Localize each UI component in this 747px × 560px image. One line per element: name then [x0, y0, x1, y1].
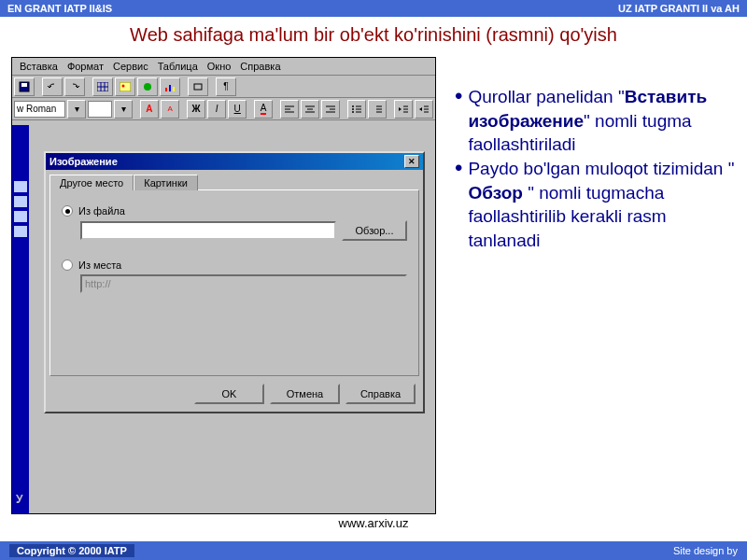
svg-point-7: [122, 84, 125, 87]
tab-panel: Из файла Обзор... Из места http://: [49, 189, 419, 376]
dropdown-icon[interactable]: ▾: [67, 100, 86, 119]
side-item[interactable]: [14, 226, 27, 237]
instruction-text: • Qurollar panelidan "Вставить изображен…: [455, 57, 736, 514]
svg-rect-1: [21, 83, 27, 87]
design-credit: Site design by: [673, 545, 738, 556]
chart-icon[interactable]: [160, 77, 180, 96]
menu-tools[interactable]: Сервис: [109, 60, 152, 73]
align-right-icon[interactable]: [321, 100, 340, 119]
insert-image-icon[interactable]: [115, 77, 135, 96]
instruction-1a: Qurollar panelidan ": [468, 87, 624, 106]
svg-rect-10: [169, 85, 171, 91]
menu-help[interactable]: Справка: [236, 60, 284, 73]
bullet-icon: •: [455, 157, 462, 253]
formatting-toolbar: w Roman ▾ ▾ A A Ж I U A: [12, 98, 435, 120]
menu-insert[interactable]: Вставка: [16, 60, 62, 73]
font-size-field[interactable]: [88, 101, 112, 118]
dialog-titlebar: Изображение ✕: [46, 153, 423, 170]
header-bar: EN GRANT IATP II&IS UZ IATP GRANTI II va…: [0, 0, 747, 17]
header-left: EN GRANT IATP II&IS: [7, 3, 112, 14]
font-color-icon[interactable]: A: [254, 100, 273, 119]
dialog-title-text: Изображение: [49, 156, 118, 167]
pilcrow-icon[interactable]: ¶: [216, 77, 236, 96]
menu-table[interactable]: Таблица: [154, 60, 202, 73]
dropdown-icon[interactable]: ▾: [114, 100, 133, 119]
radio-from-file-label: Из файла: [78, 205, 125, 217]
save-icon[interactable]: [14, 77, 35, 96]
svg-rect-12: [194, 84, 202, 90]
instruction-2-bold: Обзор: [468, 183, 522, 203]
svg-point-22: [352, 105, 354, 107]
object-icon[interactable]: [188, 77, 208, 96]
radio-from-url[interactable]: [62, 259, 73, 271]
align-center-icon[interactable]: [301, 100, 319, 119]
radio-from-file[interactable]: [62, 205, 73, 217]
image-dialog: Изображение ✕ Другое место Картинки Из ф…: [44, 151, 425, 413]
side-item[interactable]: [14, 181, 27, 192]
footer-bar: Copyright © 2000 IATP Site design by: [0, 541, 747, 560]
side-letter: У: [16, 493, 22, 506]
svg-point-26: [352, 111, 354, 113]
font-name-field[interactable]: w Roman: [14, 101, 65, 118]
bullet-icon: •: [455, 85, 462, 157]
number-list-icon[interactable]: [368, 100, 387, 119]
ok-button[interactable]: OK: [194, 384, 264, 404]
menu-format[interactable]: Формат: [63, 60, 107, 73]
menu-bar: Вставка Формат Сервис Таблица Окно Справ…: [12, 58, 435, 76]
file-path-input[interactable]: [80, 221, 336, 240]
svg-rect-6: [120, 82, 131, 91]
side-item[interactable]: [14, 196, 27, 207]
help-button[interactable]: Справка: [345, 384, 416, 404]
side-item[interactable]: [14, 211, 27, 222]
url-text: www.arxiv.uz: [0, 514, 747, 532]
svg-point-24: [352, 108, 354, 110]
svg-point-8: [144, 83, 151, 91]
align-left-icon[interactable]: [280, 100, 299, 119]
redo-icon[interactable]: [64, 77, 85, 96]
indent-icon[interactable]: [415, 100, 433, 119]
outdent-icon[interactable]: [394, 100, 413, 119]
close-icon[interactable]: ✕: [404, 155, 419, 168]
bold-icon[interactable]: Ж: [187, 100, 205, 119]
tab-clipart[interactable]: Картинки: [134, 175, 198, 190]
svg-rect-11: [173, 87, 175, 91]
increase-font-icon[interactable]: A: [140, 100, 159, 119]
bullet-list-icon[interactable]: [347, 100, 366, 119]
menu-window[interactable]: Окно: [204, 60, 235, 73]
instruction-2a: Paydo bo'lgan muloqot tizimidan ": [468, 159, 734, 178]
header-right: UZ IATP GRANTI II va AH: [618, 3, 740, 14]
side-panel: У: [12, 125, 29, 513]
underline-icon[interactable]: U: [228, 100, 247, 119]
italic-icon[interactable]: I: [207, 100, 226, 119]
editor-window: Вставка Формат Сервис Таблица Окно Справ…: [11, 57, 436, 514]
svg-rect-9: [165, 88, 167, 91]
undo-icon[interactable]: [42, 77, 63, 96]
browse-button[interactable]: Обзор...: [342, 220, 407, 241]
link-icon[interactable]: [137, 77, 158, 96]
cancel-button[interactable]: Отмена: [270, 384, 340, 404]
tab-other-location[interactable]: Другое место: [49, 175, 134, 190]
decrease-font-icon[interactable]: A: [161, 100, 179, 119]
url-input: http://: [80, 274, 407, 293]
copyright-text: Copyright © 2000 IATP: [9, 544, 134, 557]
radio-from-url-label: Из места: [78, 259, 121, 271]
standard-toolbar: ¶: [12, 76, 435, 98]
table-icon[interactable]: [92, 77, 113, 96]
page-title: Web sahifaga ma'lum bir ob'ekt ko'rinish…: [0, 17, 747, 57]
